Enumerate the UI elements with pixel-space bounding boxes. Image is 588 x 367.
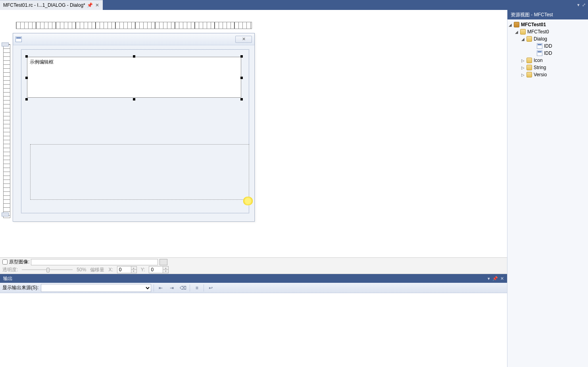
prototype-label: 原型图像: — [9, 259, 29, 265]
resize-handle-tm[interactable] — [133, 55, 135, 58]
opacity-label: 透明度: — [2, 267, 18, 273]
close-icon[interactable]: ✕ — [95, 3, 100, 8]
tree-rc[interactable]: ◢ MFCTest0 — [507, 28, 588, 35]
prototype-browse-button[interactable] — [159, 259, 167, 265]
output-title-label: 输出 — [3, 275, 13, 282]
offset-x-input[interactable] — [117, 267, 131, 272]
folder-icon — [527, 65, 532, 70]
tree-dialog-folder[interactable]: ◢ Dialog — [507, 35, 588, 42]
resource-view-panel: 资源视图 - MFCTest ◢ MFCTest01 ◢ MFCTest0 ◢ … — [507, 10, 588, 367]
tree-root[interactable]: ◢ MFCTest01 — [507, 21, 588, 28]
output-panel: 输出 ▾ 📌 ✕ 显示输出来源(S): ⇤ ⇥ ⌫ ≡ ↩ — [0, 274, 507, 367]
prototype-image-bar: 原型图像: 透明度: 50% 偏移量 X: ▴▾ Y: ▴▾ — [0, 257, 507, 274]
tree-version-folder[interactable]: ▷ Versio — [507, 71, 588, 78]
tree-label: Versio — [534, 72, 547, 77]
output-body[interactable] — [0, 293, 507, 367]
offset-y-label: Y: — [141, 267, 145, 272]
offset-label: 偏移量 — [90, 267, 104, 273]
tree-label: Icon — [534, 58, 543, 63]
dialog-icon — [537, 50, 542, 56]
expand-icon[interactable]: ▷ — [521, 73, 525, 77]
output-close-icon[interactable]: ✕ — [500, 276, 504, 281]
dialog-preview[interactable]: ✕ 示例编辑框 — [13, 33, 255, 222]
pin-icon[interactable]: 📌 — [88, 3, 92, 8]
spin-down-icon[interactable]: ▾ — [163, 270, 168, 273]
document-tab[interactable]: MFCTest01.rc - I...1_DIALOG - Dialog* 📌 … — [0, 0, 103, 10]
spin-down-icon[interactable]: ▾ — [131, 270, 136, 273]
dialog-close-button[interactable]: ✕ — [235, 36, 252, 43]
separator — [154, 284, 154, 292]
dialog-designer[interactable]: ✕ 示例编辑框 — [0, 10, 507, 257]
resource-view-title: 资源视图 - MFCTest — [507, 10, 588, 19]
slider-thumb[interactable] — [46, 268, 50, 272]
tree-string-folder[interactable]: ▷ String — [507, 64, 588, 71]
tree-label: String — [534, 65, 546, 70]
output-toolbar: 显示输出来源(S): ⇤ ⇥ ⌫ ≡ ↩ — [0, 283, 507, 293]
ruler-vertical — [3, 44, 10, 218]
opacity-value: 50% — [77, 267, 86, 272]
resource-view-title-label: 资源视图 - MFCTest — [511, 12, 553, 18]
tree-dialog-item[interactable]: ▪ IDD — [507, 50, 588, 57]
tab-label: MFCTest01.rc - I...1_DIALOG - Dialog* — [3, 2, 85, 8]
tree-label: MFCTest0 — [527, 29, 549, 35]
expand-icon[interactable]: ◢ — [521, 37, 525, 41]
prototype-path-field[interactable] — [31, 259, 158, 265]
folder-icon — [527, 58, 532, 63]
tabbar-controls: ▾ ⤢ — [577, 0, 588, 10]
edit-control[interactable]: 示例编辑框 — [27, 57, 241, 98]
resize-handle-bm[interactable] — [133, 98, 135, 100]
new-control-placeholder[interactable] — [30, 144, 249, 200]
resize-handle-tl[interactable] — [25, 55, 28, 58]
toggle-wrap-button[interactable]: ≡ — [192, 284, 201, 292]
separator — [190, 284, 190, 292]
cursor-highlight — [243, 197, 253, 205]
ruler-anchor-top[interactable] — [2, 42, 9, 46]
tab-maximize-icon[interactable]: ⤢ — [582, 2, 586, 8]
output-source-label: 显示输出来源(S): — [2, 284, 38, 291]
tree-label: MFCTest01 — [521, 22, 546, 27]
resize-handle-tr[interactable] — [240, 55, 243, 58]
dialog-icon — [537, 43, 542, 49]
dialog-client-area[interactable]: 示例编辑框 — [21, 49, 249, 213]
next-message-button[interactable]: ⇥ — [167, 284, 176, 292]
ruler-horizontal — [16, 22, 252, 29]
expand-icon[interactable]: ▷ — [521, 66, 525, 70]
expand-icon[interactable]: ◢ — [515, 30, 519, 34]
resize-handle-mr[interactable] — [240, 77, 243, 79]
tree-label: IDD — [544, 50, 552, 56]
dialog-system-icon — [15, 37, 22, 42]
resize-handle-ml[interactable] — [25, 77, 28, 79]
offset-y-spinner[interactable]: ▴▾ — [149, 266, 169, 273]
tree-label: Dialog — [534, 36, 547, 42]
tab-dropdown-icon[interactable]: ▾ — [577, 2, 580, 8]
offset-x-spinner[interactable]: ▴▾ — [117, 266, 137, 273]
spin-up-icon[interactable]: ▴ — [163, 267, 168, 270]
word-wrap-button[interactable]: ↩ — [206, 284, 215, 292]
document-tabbar: MFCTest01.rc - I...1_DIALOG - Dialog* 📌 … — [0, 0, 588, 10]
output-pin-icon[interactable]: 📌 — [492, 276, 498, 281]
spin-up-icon[interactable]: ▴ — [131, 267, 136, 270]
tree-icon-folder[interactable]: ▷ Icon — [507, 57, 588, 64]
output-dropdown-icon[interactable]: ▾ — [488, 276, 490, 281]
clear-button[interactable]: ⌫ — [179, 284, 187, 292]
folder-icon — [520, 29, 526, 35]
prototype-checkbox[interactable] — [2, 259, 8, 265]
opacity-slider[interactable] — [22, 267, 73, 272]
offset-y-input[interactable] — [149, 267, 163, 272]
resize-handle-br[interactable] — [240, 98, 243, 100]
offset-x-label: X: — [108, 267, 113, 272]
tree-label: IDD — [544, 43, 552, 49]
resize-handle-bl[interactable] — [25, 98, 28, 100]
folder-icon — [527, 36, 532, 42]
project-icon — [514, 22, 519, 27]
output-titlebar: 输出 ▾ 📌 ✕ — [0, 274, 507, 283]
prev-message-button[interactable]: ⇤ — [156, 284, 165, 292]
output-source-select[interactable] — [41, 284, 151, 292]
ruler-anchor-bottom[interactable] — [2, 212, 9, 216]
tree-dialog-item[interactable]: ▪ IDD — [507, 42, 588, 50]
folder-icon — [527, 72, 532, 77]
expand-icon[interactable]: ▷ — [521, 58, 525, 63]
expand-icon[interactable]: ◢ — [508, 23, 512, 27]
separator — [204, 284, 204, 292]
resource-tree[interactable]: ◢ MFCTest01 ◢ MFCTest0 ◢ Dialog ▪ IDD ▪ — [507, 19, 588, 80]
